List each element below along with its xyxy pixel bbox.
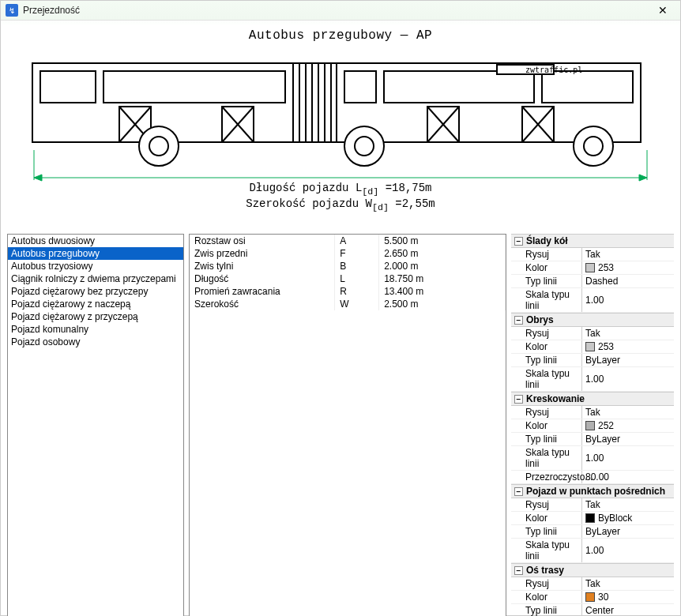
collapse-icon[interactable]: − <box>514 395 523 404</box>
prop-row[interactable]: Skala typu linii1.00 <box>511 367 674 392</box>
prop-row[interactable]: Typ liniiByLayer <box>511 433 674 446</box>
bus-diagram: zwtraffic.pl <box>24 47 657 182</box>
svg-rect-1 <box>40 71 96 103</box>
content-area: Autobus przegubowy — AP <box>1 21 680 616</box>
vehicle-listbox[interactable]: Autobus dwuosiowyAutobus przegubowyAutob… <box>7 234 184 616</box>
color-swatch <box>585 342 595 351</box>
prop-row[interactable]: RysujTak <box>511 248 674 261</box>
collapse-icon[interactable]: − <box>514 566 523 575</box>
prop-row[interactable]: Kolor253 <box>511 261 674 275</box>
length-dimension: Długość pojazdu L[d] =18,75m <box>7 182 674 197</box>
svg-rect-11 <box>384 71 534 103</box>
prop-row[interactable]: RysujTak <box>511 498 674 512</box>
close-button[interactable]: ✕ <box>650 1 675 20</box>
param-row: Rozstaw osiA5.500 m <box>190 235 506 247</box>
category-obrys[interactable]: −Obrys <box>511 313 674 327</box>
diagram-title: Autobus przegubowy — AP <box>7 28 674 43</box>
svg-rect-2 <box>103 71 285 103</box>
prop-row[interactable]: Skala typu linii1.00 <box>511 446 674 471</box>
svg-rect-10 <box>344 71 376 103</box>
category-slady-kol[interactable]: −Ślady kół <box>511 234 674 248</box>
titlebar: ↯ Przejezdność ✕ <box>1 1 680 21</box>
app-icon: ↯ <box>6 4 18 17</box>
width-dimension: Szerokość pojazdu W[d] =2,55m <box>7 197 674 213</box>
collapse-icon[interactable]: − <box>514 487 523 496</box>
prop-row[interactable]: Kolor252 <box>511 419 674 433</box>
vehicle-item[interactable]: Pojazd osobowy <box>8 336 183 348</box>
prop-row[interactable]: Kolor253 <box>511 340 674 354</box>
svg-point-28 <box>344 126 384 166</box>
prop-row[interactable]: Typ liniiByLayer <box>511 354 674 367</box>
prop-row[interactable]: KolorByBlock <box>511 512 674 525</box>
prop-row[interactable]: Skala typu linii1.00 <box>511 288 674 313</box>
svg-point-30 <box>574 126 613 166</box>
vehicle-item[interactable]: Pojazd ciężarowy z naczepą <box>8 298 183 310</box>
prop-row[interactable]: Typ liniiByLayer <box>511 525 674 539</box>
collapse-icon[interactable]: − <box>514 316 523 325</box>
branding-text: zwtraffic.pl <box>525 66 582 74</box>
prop-row[interactable]: RysujTak <box>511 406 674 419</box>
panels-row: Autobus dwuosiowyAutobus przegubowyAutob… <box>7 234 674 616</box>
param-row: DługośćL18.750 m <box>190 272 506 285</box>
category-kreskowanie[interactable]: −Kreskowanie <box>511 392 674 406</box>
param-row: SzerokośćW2.500 m <box>190 298 506 310</box>
vehicle-item[interactable]: Autobus przegubowy <box>8 247 183 260</box>
color-swatch <box>585 263 595 272</box>
collapse-icon[interactable]: − <box>514 237 523 246</box>
svg-point-26 <box>139 126 179 166</box>
vehicle-item[interactable]: Autobus trzyosiowy <box>8 260 183 272</box>
parameter-table: Rozstaw osiA5.500 mZwis przedniF2.650 mZ… <box>189 234 506 616</box>
category-os-trasy[interactable]: −Oś trasy <box>511 563 674 577</box>
property-grid[interactable]: −Ślady kół RysujTak Kolor253 Typ liniiDa… <box>511 234 674 616</box>
prop-row[interactable]: Przezroczysto...80.00 <box>511 471 674 484</box>
param-row: Promień zawracaniaR13.400 m <box>190 285 506 298</box>
color-swatch <box>585 513 595 523</box>
vehicle-item[interactable]: Pojazd komunalny <box>8 323 183 336</box>
window-title: Przejezdność <box>23 5 650 16</box>
diagram-area: Autobus przegubowy — AP <box>7 24 674 231</box>
vehicle-item[interactable]: Ciągnik rolniczy z dwiema przyczepami <box>8 272 183 285</box>
svg-rect-12 <box>542 71 633 103</box>
param-row: Zwis przedniF2.650 m <box>190 247 506 260</box>
color-swatch <box>585 421 595 430</box>
vehicle-item[interactable]: Pojazd ciężarowy z przyczepą <box>8 310 183 323</box>
prop-row[interactable]: Typ liniiDashed <box>511 275 674 288</box>
prop-row[interactable]: RysujTak <box>511 327 674 340</box>
prop-row[interactable]: Skala typu linii1.00 <box>511 539 674 563</box>
vehicle-item[interactable]: Pojazd ciężarowy bez przyczepy <box>8 285 183 298</box>
color-swatch <box>585 592 595 602</box>
category-pojazd-punktach[interactable]: −Pojazd w punktach pośrednich <box>511 484 674 498</box>
prop-row[interactable]: Typ liniiCenter <box>511 604 674 616</box>
prop-row[interactable]: Kolor30 <box>511 591 674 604</box>
dialog-window: ↯ Przejezdność ✕ Autobus przegubowy — AP <box>0 0 681 616</box>
param-row: Zwis tylniB2.000 m <box>190 260 506 272</box>
prop-row[interactable]: RysujTak <box>511 577 674 591</box>
vehicle-item[interactable]: Autobus dwuosiowy <box>8 235 183 247</box>
